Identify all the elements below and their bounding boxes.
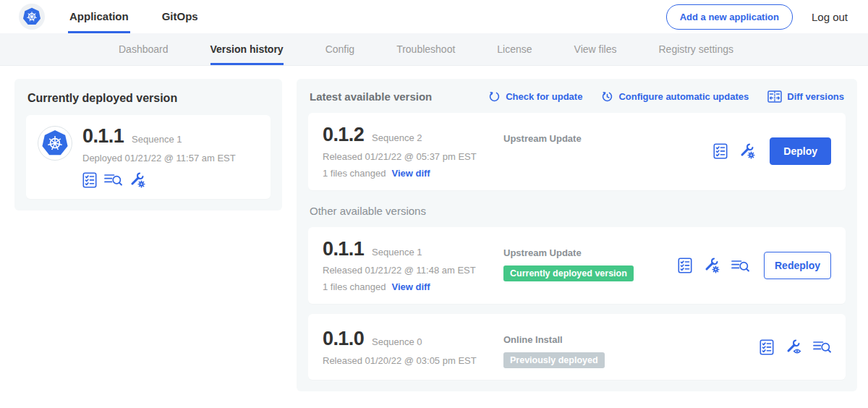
sequence-label: Sequence 2 [372, 132, 422, 143]
deployed-timestamp: Deployed 01/21/22 @ 11:57 am EST [82, 153, 236, 163]
tab-gitops-label: GitOps [162, 10, 198, 22]
deployed-version-number: 0.1.1 [82, 126, 124, 148]
view-diff-link[interactable]: View diff [391, 281, 430, 292]
subtab-dashboard[interactable]: Dashboard [119, 33, 169, 65]
version-source-label: Upstream Update [503, 133, 706, 144]
redeploy-button[interactable]: Redeploy [764, 252, 831, 279]
deployed-panel-title: Currently deployed version [27, 92, 269, 105]
sequence-label: Sequence 0 [372, 336, 422, 347]
app-subnav: Dashboard Version history Config Trouble… [0, 33, 868, 66]
subtab-version-history[interactable]: Version history [210, 33, 284, 65]
other-versions-title: Other available versions [310, 205, 844, 217]
diff-versions-label: Diff versions [787, 91, 844, 102]
main-content: Currently deployed version 0.1.1 Sequenc… [0, 66, 868, 391]
edit-config-icon[interactable] [129, 172, 145, 188]
top-header: Application GitOps Add a new application… [0, 0, 868, 33]
diff-versions-link[interactable]: Diff versions [767, 90, 844, 103]
configure-automatic-updates-link[interactable]: Configure automatic updates [601, 90, 749, 103]
diff-versions-icon [767, 90, 782, 103]
available-versions-panel: Latest available version Check for updat… [297, 79, 857, 391]
version-source-label: Online Install [503, 334, 752, 345]
tab-application-label: Application [69, 10, 129, 22]
subtab-view-files[interactable]: View files [574, 33, 617, 65]
released-timestamp: Released 01/21/22 @ 05:37 pm EST [323, 151, 503, 162]
tab-application[interactable]: Application [68, 0, 130, 33]
subtab-troubleshoot[interactable]: Troubleshoot [396, 33, 455, 65]
version-number: 0.1.1 [323, 239, 364, 260]
subtab-config[interactable]: Config [326, 33, 354, 65]
kubernetes-logo-icon [19, 4, 45, 30]
preflight-checks-icon[interactable] [760, 339, 774, 355]
deployed-version-card: 0.1.1 Sequence 1 Deployed 01/21/22 @ 11:… [26, 115, 271, 199]
preflight-checks-icon[interactable] [713, 143, 728, 159]
files-changed-label: 1 files changed [323, 281, 386, 292]
view-config-icon[interactable] [786, 339, 801, 355]
logout-button[interactable]: Log out [812, 11, 848, 23]
schedule-update-icon [601, 90, 613, 103]
sequence-label: Sequence 1 [372, 247, 422, 258]
configure-automatic-updates-label: Configure automatic updates [618, 91, 749, 102]
subtab-license[interactable]: License [497, 33, 532, 65]
version-number: 0.1.2 [323, 124, 364, 146]
refresh-icon [488, 90, 501, 103]
files-changed-label: 1 files changed [323, 168, 386, 179]
available-panel-title: Latest available version [310, 90, 488, 103]
deployed-sequence-label: Sequence 1 [132, 134, 182, 145]
version-card: 0.1.0 Sequence 0 Released 01/20/22 @ 03:… [308, 314, 846, 380]
view-logs-icon[interactable] [813, 339, 831, 354]
view-diff-link[interactable]: View diff [391, 168, 430, 179]
currently-deployed-badge: Currently deployed version [503, 265, 634, 281]
subtab-registry-settings[interactable]: Registry settings [658, 33, 733, 65]
version-card: 0.1.1 Sequence 1 Released 01/21/22 @ 11:… [308, 227, 846, 305]
view-logs-icon[interactable] [104, 172, 122, 187]
edit-config-icon[interactable] [739, 143, 755, 159]
released-timestamp: Released 01/21/22 @ 11:48 am EST [323, 265, 503, 276]
preflight-checks-icon[interactable] [678, 258, 692, 273]
tab-gitops[interactable]: GitOps [161, 0, 200, 33]
view-logs-icon[interactable] [731, 258, 749, 273]
deploy-button[interactable]: Deploy [770, 137, 831, 165]
add-application-button[interactable]: Add a new application [666, 4, 793, 30]
preflight-checks-icon[interactable] [82, 172, 97, 188]
check-for-update-link[interactable]: Check for update [488, 90, 582, 103]
check-for-update-label: Check for update [506, 91, 582, 102]
version-number: 0.1.0 [323, 328, 364, 350]
app-kubernetes-logo-icon [38, 126, 72, 161]
version-card: 0.1.2 Sequence 2 Released 01/21/22 @ 05:… [308, 113, 846, 190]
released-timestamp: Released 01/20/22 @ 03:05 pm EST [323, 355, 503, 366]
currently-deployed-panel: Currently deployed version 0.1.1 Sequenc… [14, 79, 282, 211]
version-source-label: Upstream Update [503, 247, 671, 258]
deployed-version-details: 0.1.1 Sequence 1 Deployed 01/21/22 @ 11:… [82, 126, 236, 188]
previously-deployed-badge: Previously deployed [503, 352, 605, 368]
edit-config-icon[interactable] [704, 258, 720, 273]
